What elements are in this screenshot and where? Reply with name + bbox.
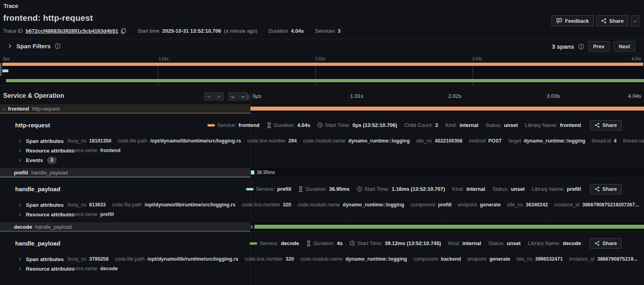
chevron-right-icon bbox=[18, 203, 21, 206]
field-key: Library Name: bbox=[528, 240, 561, 246]
field-value: prefill bbox=[277, 186, 291, 192]
span-service-name: frontend bbox=[8, 106, 29, 112]
minimap-range-handle[interactable] bbox=[0, 63, 2, 76]
start-time-group: Start time 2025-10-31 13:52:10.706 (a mi… bbox=[137, 28, 257, 34]
field-value: internal bbox=[463, 240, 481, 246]
span-row-label-cell[interactable]: frontend http-request bbox=[0, 104, 250, 113]
span-rows: frontend http-request http-request Servi… bbox=[0, 103, 644, 285]
field-value: decode bbox=[281, 240, 299, 246]
share-button[interactable]: Share bbox=[596, 15, 628, 26]
chevron-down-icon bbox=[207, 95, 210, 98]
resource-attributes-row[interactable]: Resource attributes service.namedecode bbox=[0, 264, 644, 273]
resource-attributes-row[interactable]: Resource attributes service.nameprefill bbox=[0, 210, 644, 219]
section-label: Resource attributes bbox=[26, 148, 75, 154]
collapse-one-button[interactable] bbox=[204, 92, 213, 101]
start-time-ago: (a minute ago) bbox=[224, 28, 257, 34]
chevron-down-icon bbox=[634, 19, 636, 22]
field-value: unset bbox=[507, 240, 521, 246]
span-detail-fields: Service: prefill Duration: 36.95ms Start… bbox=[246, 186, 581, 192]
span-row-frontend[interactable]: frontend http-request bbox=[0, 104, 644, 113]
trace-minimap[interactable]: 0μs 1.01s 2.02s 3.03s 4.04s bbox=[0, 56, 644, 86]
hourglass-icon bbox=[267, 123, 272, 128]
span-share-button[interactable]: Share bbox=[590, 238, 622, 249]
copy-icon[interactable] bbox=[121, 28, 126, 34]
span-row-timeline-cell[interactable] bbox=[250, 104, 644, 113]
field-key: Start Time: bbox=[364, 186, 390, 192]
section-label: Resource attributes bbox=[26, 266, 75, 272]
field-value: decode bbox=[563, 240, 581, 246]
services-group: Services 3 bbox=[315, 28, 341, 34]
page-title: frontend: http-request bbox=[3, 13, 93, 23]
span-attributes-row[interactable]: Span attributes busy_ns3795258 code.file… bbox=[0, 254, 644, 264]
service-color-dash bbox=[246, 188, 254, 190]
prev-button[interactable]: Prev bbox=[588, 41, 610, 51]
share-dropdown-button[interactable] bbox=[631, 15, 639, 26]
span-operation-name: http-request bbox=[32, 106, 60, 112]
axis-tick: 1.01s bbox=[350, 93, 363, 99]
section-label: Span attributes bbox=[26, 138, 64, 144]
chevron-right-icon bbox=[18, 213, 21, 216]
minimap-tick: 4.04s bbox=[632, 57, 641, 61]
chevron-right-icon bbox=[18, 158, 21, 161]
axis-tick: 4.04s bbox=[628, 93, 641, 99]
service-operation-header: Service & Operation bbox=[3, 92, 64, 99]
resource-attributes-row[interactable]: Resource attributes service.namefrontend bbox=[0, 146, 644, 155]
chevron-down-icon[interactable] bbox=[2, 107, 5, 110]
info-icon[interactable] bbox=[55, 43, 61, 49]
span-detail-frontend: http-request Service: frontend Duration:… bbox=[0, 113, 644, 168]
field-key: Status: bbox=[485, 122, 501, 128]
span-detail-title: handle_payload bbox=[15, 186, 60, 192]
field-value: 36.95ms bbox=[329, 186, 349, 192]
column-resize-handle[interactable]: || bbox=[247, 94, 250, 99]
span-row-timeline-cell[interactable]: 36.95ms bbox=[250, 168, 644, 177]
field-key: Start Time: bbox=[325, 122, 350, 128]
info-icon[interactable] bbox=[578, 44, 584, 49]
clock-icon bbox=[357, 186, 362, 192]
span-row-decode[interactable]: decode handle_payload 4s bbox=[0, 222, 644, 232]
span-filters-title[interactable]: Span Filters bbox=[16, 43, 51, 49]
feedback-icon bbox=[556, 18, 562, 24]
span-bar-decode[interactable] bbox=[254, 225, 644, 229]
trace-id-value[interactable]: b672ccf48683b392891c5cb4163d4b51 bbox=[26, 28, 118, 34]
breadcrumb-bar: Trace bbox=[0, 0, 644, 12]
minimap-tick: 0μs bbox=[3, 57, 10, 61]
span-detail-sections: Span attributes busy_ns3795258 code.file… bbox=[0, 254, 644, 273]
span-share-button[interactable]: Share bbox=[590, 120, 622, 131]
span-bar-frontend[interactable] bbox=[250, 107, 644, 111]
span-bar-prefill[interactable] bbox=[251, 170, 254, 174]
field-key: Duration: bbox=[274, 122, 295, 128]
next-button[interactable]: Next bbox=[614, 41, 635, 51]
span-detail-header: handle_payload Service: decode Duration:… bbox=[0, 237, 644, 249]
field-key: Kind: bbox=[445, 122, 457, 128]
span-share-button[interactable]: Share bbox=[590, 184, 622, 194]
span-row-timeline-cell[interactable]: 4s bbox=[250, 222, 644, 232]
span-attributes-row[interactable]: Span attributes busy_ns18101350 code.fil… bbox=[0, 136, 644, 146]
field-value: internal bbox=[459, 122, 478, 128]
hourglass-icon bbox=[306, 241, 311, 246]
feedback-button[interactable]: Feedback bbox=[551, 15, 594, 26]
minimap-canvas[interactable] bbox=[0, 62, 644, 85]
trace-id-group: Trace ID b672ccf48683b392891c5cb4163d4b5… bbox=[3, 28, 126, 34]
events-row[interactable]: Events 3 bbox=[0, 155, 644, 165]
clock-icon bbox=[350, 241, 355, 246]
duration-value: 4.04s bbox=[291, 28, 304, 34]
expand-all-button[interactable] bbox=[238, 92, 248, 101]
span-row-label-cell[interactable]: decode handle_payload bbox=[0, 222, 250, 232]
span-row-label-cell[interactable]: prefill handle_payload bbox=[0, 168, 250, 177]
field-key: Library Name: bbox=[532, 186, 565, 192]
chevron-right-icon bbox=[18, 149, 21, 152]
span-detail-fields: Service: decode Duration: 4s Start Time:… bbox=[250, 240, 581, 246]
expand-one-button[interactable] bbox=[215, 92, 224, 101]
field-value: frontend bbox=[238, 122, 260, 128]
field-key: Service: bbox=[256, 186, 275, 192]
collapse-all-button[interactable] bbox=[228, 92, 237, 101]
span-row-prefill[interactable]: prefill handle_payload 36.95ms bbox=[0, 168, 644, 177]
section-label: Span attributes bbox=[26, 256, 64, 262]
duration-group: Duration 4.04s bbox=[268, 28, 304, 34]
span-filters-bar: Span Filters 3 spans Prev Next bbox=[0, 39, 644, 53]
chevron-right-icon[interactable] bbox=[8, 44, 12, 48]
share-icon bbox=[601, 18, 607, 24]
breadcrumb: Trace bbox=[4, 3, 18, 9]
span-service-name: decode bbox=[14, 224, 32, 230]
span-attributes-row[interactable]: Span attributes busy_ns613633 code.file.… bbox=[0, 200, 644, 210]
